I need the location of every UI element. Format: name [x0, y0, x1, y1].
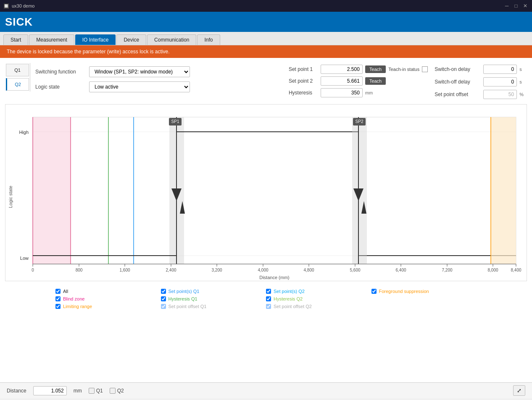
offset-unit: %: [519, 92, 524, 97]
legend-setpoints-q2: Set point(s) Q2: [266, 289, 371, 294]
switch-on-unit: s: [519, 67, 522, 72]
expand-button[interactable]: ⤢: [513, 385, 525, 396]
distance-label: Distance: [7, 388, 26, 394]
legend-hysteresis-q1-checkbox[interactable]: [161, 296, 166, 301]
legend-setpoints-q1-label: Set point(s) Q1: [169, 289, 200, 294]
tab-start[interactable]: Start: [3, 34, 28, 45]
legend-setpoints-q2-checkbox[interactable]: [266, 289, 271, 294]
maximize-button[interactable]: □: [513, 3, 519, 9]
minimize-button[interactable]: ─: [503, 3, 510, 9]
set-point-offset-label: Set point offset: [435, 92, 481, 97]
x-axis-label: Distance (mm): [259, 275, 290, 280]
legend-offset-q2: Set point offset Q2: [266, 304, 371, 309]
tab-communication[interactable]: Communication: [147, 34, 196, 45]
legend-hysteresis-q2-label: Hysteresis Q2: [274, 296, 303, 301]
chart-svg-wrapper: Logic state High Low: [5, 105, 527, 281]
switch-on-delay-row: Switch-on delay s: [435, 65, 524, 74]
hysteresis-unit: mm: [365, 90, 373, 95]
logic-state-select[interactable]: Low activeHigh active: [89, 81, 190, 92]
q1-led: [89, 388, 95, 394]
legend-offset-q2-label: Set point offset Q2: [274, 304, 312, 309]
teach-status-label: Teach-in status: [388, 67, 419, 72]
legend-offset-q1: Set point offset Q1: [161, 304, 266, 309]
chart-background: [33, 117, 516, 264]
sp1-teach-button[interactable]: Teach: [365, 65, 386, 73]
tab-io-interface[interactable]: IO Interface: [75, 34, 116, 45]
top-row: Q1 Q2 Switching function Window (SP1, SP…: [5, 63, 527, 101]
setpoints-panel: Set point 1 Teach Teach-in status Set po…: [285, 63, 431, 99]
label-4800: 4,800: [303, 268, 314, 272]
switch-on-delay-input[interactable]: [483, 65, 517, 74]
close-button[interactable]: ✕: [522, 3, 529, 9]
set-point-offset-input[interactable]: [483, 90, 517, 99]
legend-foreground-label: Foreground suppression: [379, 289, 429, 294]
label-7200: 7,200: [442, 268, 452, 272]
switching-function-select[interactable]: Window (SP1, SP2: window mode)Single set…: [89, 66, 190, 77]
legend-offset-q1-checkbox[interactable]: [161, 304, 166, 309]
sp2-label: Set point 2: [289, 78, 318, 84]
q2-indicator: Q2: [110, 388, 124, 394]
label-0: 0: [32, 268, 34, 272]
legend-foreground-checkbox[interactable]: [371, 289, 377, 294]
legend-blind-zone: Blind zone: [55, 296, 161, 301]
brand-logo: SICK: [5, 16, 33, 29]
distance-input[interactable]: [33, 386, 67, 395]
label-800: 800: [76, 268, 83, 272]
legend-offset-q2-checkbox[interactable]: [266, 304, 271, 309]
limiting-range-area: [491, 117, 516, 264]
legend-blind-zone-label: Blind zone: [63, 296, 84, 301]
switch-off-delay-input[interactable]: [483, 77, 517, 86]
logic-state-row: Logic state Low activeHigh active: [35, 81, 280, 92]
navbar: Start Measurement IO Interface Device Co…: [0, 32, 532, 45]
q-tab-q1[interactable]: Q1: [6, 64, 29, 76]
q1-label: Q1: [96, 388, 103, 394]
sp2-label-text: SP2: [356, 119, 363, 124]
tab-info[interactable]: Info: [197, 34, 220, 45]
delay-panel: Switch-on delay s Switch-off delay s Set…: [431, 63, 527, 101]
sp1-input[interactable]: [321, 65, 363, 74]
switching-function-row: Switching function Window (SP1, SP2: win…: [35, 66, 280, 77]
logic-state-label: Logic state: [35, 84, 86, 90]
label-2400: 2,400: [166, 268, 176, 272]
main-content: Q1 Q2 Switching function Window (SP1, SP…: [0, 58, 532, 382]
legend-setpoints-q1: Set point(s) Q1: [161, 289, 266, 294]
hysteresis-label: Hysteresis: [289, 90, 318, 96]
label-3200: 3,200: [211, 268, 222, 272]
legend-area: All Set point(s) Q1 Set point(s) Q2 Fore…: [5, 285, 527, 313]
q1-indicator: Q1: [89, 388, 103, 394]
tab-device[interactable]: Device: [116, 34, 146, 45]
legend-foreground: Foreground suppression: [371, 289, 477, 294]
legend-all-checkbox[interactable]: [55, 289, 61, 294]
titlebar-left: 🔲 ux30 demo: [3, 3, 34, 9]
y-low-label: Low: [20, 256, 29, 261]
label-1600: 1,600: [119, 268, 130, 272]
chart-svg: Logic state High Low: [5, 105, 527, 281]
legend-setpoints-q1-checkbox[interactable]: [161, 289, 166, 294]
distance-unit: mm: [74, 388, 82, 394]
switch-off-delay-row: Switch-off delay s: [435, 77, 524, 86]
switch-on-delay-label: Switch-on delay: [435, 66, 481, 72]
status-bar: Distance mm Q1 Q2 ⤢: [0, 382, 532, 398]
legend-limiting-range-checkbox[interactable]: [55, 304, 61, 309]
legend-limiting-range-label: Limiting range: [63, 304, 92, 309]
sp2-input[interactable]: [321, 76, 363, 86]
hysteresis-input[interactable]: [321, 88, 363, 97]
tab-measurement[interactable]: Measurement: [29, 34, 74, 45]
chart-container: Logic state High Low: [5, 104, 527, 281]
alert-bar: The device is locked because the paramet…: [0, 45, 532, 58]
blind-zone-area: [33, 117, 71, 264]
sp1-label: Set point 1: [289, 66, 318, 72]
y-high-label: High: [19, 130, 29, 135]
titlebar: 🔲 ux30 demo ─ □ ✕: [0, 0, 532, 12]
legend-hysteresis-q2-checkbox[interactable]: [266, 296, 271, 301]
legend-hysteresis-q2: Hysteresis Q2: [266, 296, 371, 301]
sp2-teach-button[interactable]: Teach: [365, 77, 386, 85]
brandbar: SICK: [0, 12, 532, 32]
legend-blind-zone-checkbox[interactable]: [55, 296, 61, 301]
q-tab-q2[interactable]: Q2: [6, 78, 29, 91]
legend-setpoints-q2-label: Set point(s) Q2: [274, 289, 305, 294]
sp2-row: Set point 2 Teach: [289, 76, 428, 86]
sp1-row: Set point 1 Teach Teach-in status: [289, 65, 428, 74]
q2-label: Q2: [117, 388, 124, 394]
hysteresis-row: Hysteresis mm: [289, 88, 428, 97]
